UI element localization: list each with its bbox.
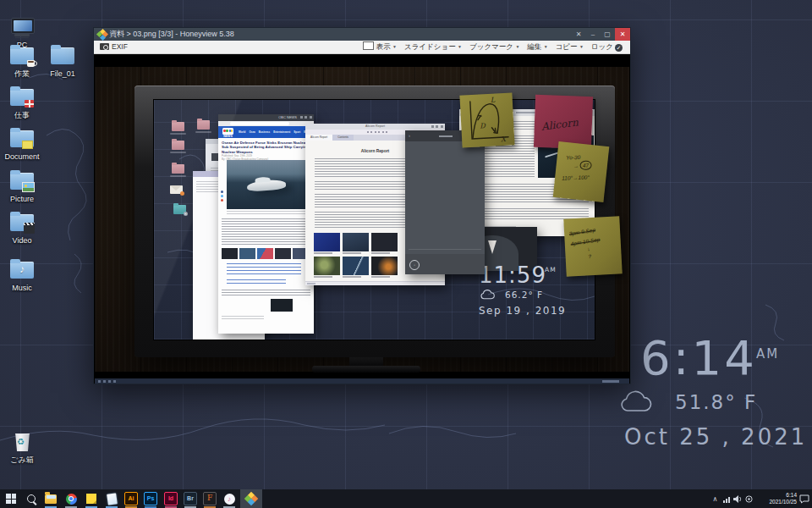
news-footer <box>222 316 264 320</box>
weather-cloud-icon <box>620 390 652 413</box>
lock-menu[interactable]: ロック✓ <box>591 41 623 53</box>
check-icon: ✓ <box>615 44 623 52</box>
news-small-photo <box>271 299 293 312</box>
obc-logo-icon: NEWS <box>222 128 233 135</box>
taskbar-bridge[interactable]: Br <box>181 489 200 508</box>
screen-teal-folder-icon <box>173 205 186 214</box>
screen-folder-icon <box>172 122 184 131</box>
desktop-clock-widget[interactable]: 6:14 AM 51.8° F Oct 25 , 2021 <box>617 334 812 457</box>
desktop-icon-pc[interactable]: PC <box>2 17 42 49</box>
alicorn-handwriting: Alicorn <box>540 115 592 133</box>
edit-menu[interactable]: 編集 ▼ <box>527 41 547 53</box>
sticky-note-yo30: Yo-30 → 47 110°→100° <box>553 141 610 202</box>
news-thumbnail-strip <box>222 248 309 259</box>
photo-wood-wall: OBC NEWS NEWS WorldOseaBusinessEntertain… <box>95 67 629 372</box>
news-nav: WorldOseaBusinessEntertainmentSportEruse… <box>239 130 312 134</box>
screen-folder-icon <box>197 120 210 130</box>
picture-folder-icon <box>8 171 36 193</box>
desktop-icon-music[interactable]: ♪ Music <box>2 260 42 292</box>
news-title-bar: OBC NEWS <box>218 114 314 121</box>
taskbar-notes-app[interactable] <box>102 489 121 508</box>
taskbar-font-app[interactable]: F <box>200 489 219 508</box>
taskbar-photoshop[interactable]: Ps <box>141 489 160 508</box>
desktop-icon-label: 仕事 <box>2 111 42 119</box>
taskbar-honeyview-active[interactable] <box>240 489 262 508</box>
exif-button[interactable]: EXIF <box>94 42 128 51</box>
news-hovercraft-photo <box>227 160 308 209</box>
desktop-icon-picture[interactable]: Picture <box>2 171 42 203</box>
desktop-icon-label: File_01 <box>42 69 83 78</box>
window-title: 資料 > 03.png [3/3] - Honeyview 5.38 <box>109 28 234 41</box>
photo-area[interactable]: OBC NEWS NEWS WorldOseaBusinessEntertain… <box>94 54 630 384</box>
tray-chevron-icon[interactable]: ∧ <box>710 489 721 508</box>
tray-clock[interactable]: 6:14 2021/10/25 <box>760 489 797 508</box>
music-folder-icon: ♪ <box>8 260 36 282</box>
taskbar-indesign[interactable]: Id <box>162 489 180 508</box>
close-button[interactable]: ✕ <box>615 28 630 41</box>
screen-phone-window: › 100% ◦ <box>405 130 485 274</box>
recycle-bin-icon: ♻ <box>8 432 36 454</box>
news-banner: NEWS WorldOseaBusinessEntertainmentSport… <box>218 126 314 138</box>
screen-weather-cloud-icon <box>480 290 495 300</box>
phone-title-placeholder <box>439 135 453 137</box>
video-folder-icon <box>8 213 36 235</box>
photo-bottom-strip <box>95 378 629 384</box>
action-center-icon[interactable] <box>798 489 810 508</box>
view-menu[interactable]: 表示 ▼ <box>363 41 397 53</box>
screen-clock-temperature: 66.2° F <box>505 290 543 300</box>
screen-clock-date: Sep 19 , 2019 <box>479 305 566 317</box>
taskbar-sticky-notes[interactable] <box>82 489 101 508</box>
report-tab-active: Alicorn Report <box>305 135 332 141</box>
desktop-icon-video[interactable]: Video <box>2 213 42 245</box>
bookmark-menu[interactable]: ブックマーク ▼ <box>469 41 519 53</box>
news-links <box>227 279 286 285</box>
news-headline: Osean Air Defense Force Sinks Erusean Nu… <box>222 141 310 154</box>
taskbar-music-app[interactable]: ♪ <box>220 489 239 508</box>
maximize-button[interactable]: ▢ <box>601 28 613 41</box>
pc-icon <box>8 17 36 39</box>
search-icon <box>27 494 36 503</box>
report-title-bar: Alicorn Report <box>305 124 445 130</box>
desktop-icon-recycle-bin[interactable]: ♻ ごみ箱 <box>2 432 42 464</box>
minimize-button[interactable]: – <box>587 28 599 41</box>
taskbar-explorer[interactable] <box>41 489 60 508</box>
honeyview-window: 資料 > 03.png [3/3] - Honeyview 5.38 ✕ – ▢… <box>93 27 631 384</box>
taskbar-illustrator[interactable]: Ai <box>122 489 140 508</box>
sticky-note-alicorn: Alicorn <box>534 95 593 149</box>
desktop-icon-label: ごみ箱 <box>2 456 42 464</box>
news-paragraph <box>222 290 310 297</box>
desktop-icon-label: Video <box>2 236 42 245</box>
widget-temperature: 51.8° F <box>675 391 757 413</box>
tray-status-icon[interactable] <box>743 489 754 508</box>
widget-meridiem: AM <box>756 346 779 362</box>
document-folder-icon <box>8 129 36 151</box>
pin-on-top-icon[interactable]: ✕ <box>573 28 584 41</box>
desktop-icon-file01[interactable]: File_01 <box>42 46 83 78</box>
desktop-icon-document[interactable]: Document <box>2 129 42 161</box>
desktop-icon-work[interactable]: 作業 <box>2 46 42 78</box>
file-explorer-icon <box>45 494 57 504</box>
chrome-icon <box>66 494 77 505</box>
job-folder-icon <box>8 87 36 109</box>
window-title-bar[interactable]: 資料 > 03.png [3/3] - Honeyview 5.38 ✕ – ▢… <box>94 28 630 41</box>
tray-volume-icon[interactable] <box>732 489 743 508</box>
taskbar-chrome[interactable] <box>62 489 80 508</box>
honeyview-icon <box>245 493 257 505</box>
desktop-icon-job[interactable]: 仕事 <box>2 87 42 119</box>
camera-icon <box>100 43 109 50</box>
taskbar-search-button[interactable] <box>22 489 41 508</box>
widget-time: 6:14 <box>640 334 757 382</box>
start-button[interactable] <box>2 489 20 508</box>
taskbar: Ai Ps Id Br F ♪ ∧ 6:14 2021/10/25 <box>0 489 812 508</box>
slideshow-menu[interactable]: スライドショー ▼ <box>404 41 462 53</box>
tray-network-icon[interactable] <box>721 489 732 508</box>
report-thumbnail-grid <box>314 233 398 280</box>
tray-date: 2021/10/25 <box>760 499 797 505</box>
tray-time: 6:14 <box>760 492 797 499</box>
screen-clock-time: 11:59 <box>479 263 546 287</box>
report-status-bar <box>305 281 445 285</box>
news-window-buttons <box>300 116 312 119</box>
photoshop-icon: Ps <box>144 492 157 505</box>
copy-menu[interactable]: コピー ▼ <box>556 41 584 53</box>
honeyview-logo-icon <box>97 30 107 40</box>
